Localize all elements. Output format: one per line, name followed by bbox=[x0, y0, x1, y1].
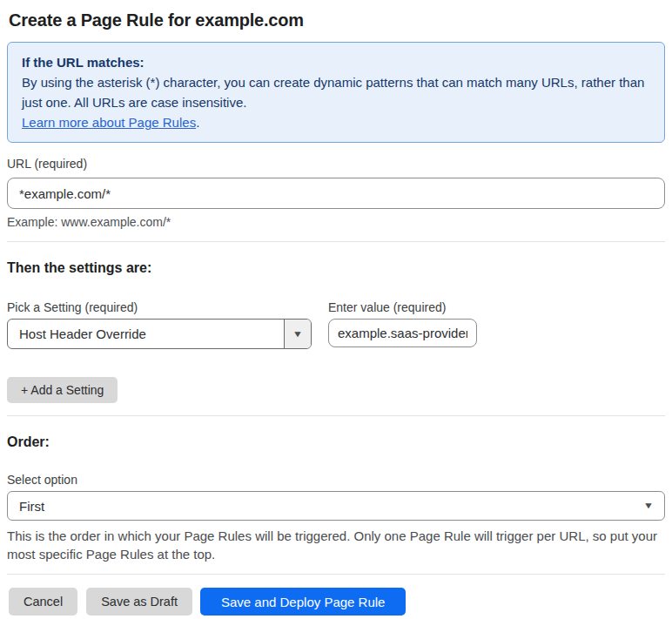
order-select-value: First bbox=[19, 499, 44, 514]
url-example-text: Example: www.example.com/* bbox=[7, 214, 665, 230]
divider bbox=[7, 415, 665, 416]
order-select-label: Select option bbox=[7, 472, 665, 488]
learn-more-link[interactable]: Learn more about Page Rules bbox=[22, 115, 196, 130]
setting-select-label: Pick a Setting (required) bbox=[7, 299, 312, 315]
chevron-down-icon: ▼ bbox=[643, 501, 654, 510]
info-box-heading: If the URL matches: bbox=[22, 52, 650, 72]
setting-value-label: Enter value (required) bbox=[328, 299, 477, 315]
setting-select-value: Host Header Override bbox=[8, 320, 284, 348]
info-box-link-line: Learn more about Page Rules. bbox=[22, 112, 650, 132]
footer-actions: Cancel Save as Draft Save and Deploy Pag… bbox=[7, 588, 665, 616]
page-title: Create a Page Rule for example.com bbox=[7, 9, 665, 31]
url-input[interactable] bbox=[7, 178, 665, 209]
settings-section-heading: Then the settings are: bbox=[7, 259, 665, 277]
divider bbox=[7, 241, 665, 242]
page-rule-form: Create a Page Rule for example.com If th… bbox=[0, 0, 672, 616]
setting-select-arrow-cell[interactable]: ▼ bbox=[284, 320, 311, 348]
url-match-info-box: If the URL matches: By using the asteris… bbox=[7, 42, 665, 143]
setting-select[interactable]: Host Header Override ▼ bbox=[7, 319, 312, 349]
add-setting-button[interactable]: + Add a Setting bbox=[7, 377, 118, 403]
divider bbox=[7, 574, 665, 575]
order-select[interactable]: First ▼ bbox=[7, 491, 665, 521]
save-deploy-button[interactable]: Save and Deploy Page Rule bbox=[200, 588, 406, 616]
url-label: URL (required) bbox=[7, 156, 665, 172]
chevron-down-icon: ▼ bbox=[292, 330, 303, 339]
order-section-heading: Order: bbox=[7, 434, 665, 451]
order-help-text: This is the order in which your Page Rul… bbox=[7, 527, 665, 563]
cancel-button[interactable]: Cancel bbox=[9, 588, 77, 616]
save-draft-button[interactable]: Save as Draft bbox=[86, 588, 192, 616]
setting-select-column: Pick a Setting (required) Host Header Ov… bbox=[7, 277, 312, 349]
setting-value-input[interactable] bbox=[328, 319, 477, 347]
settings-row: Pick a Setting (required) Host Header Ov… bbox=[7, 277, 665, 349]
link-suffix: . bbox=[196, 115, 199, 130]
setting-value-column: Enter value (required) bbox=[328, 282, 477, 347]
info-box-body: By using the asterisk (*) character, you… bbox=[22, 72, 650, 112]
